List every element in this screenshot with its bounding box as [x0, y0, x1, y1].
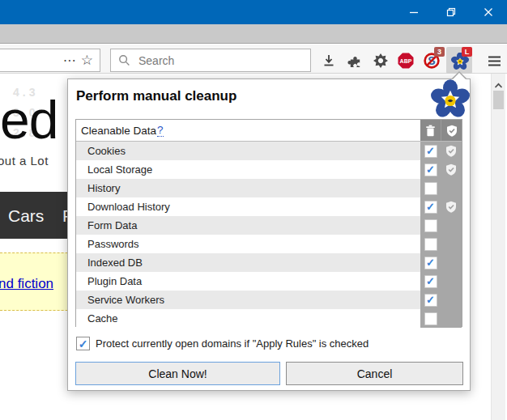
- cleanable-row: Form Data: [76, 216, 462, 235]
- abp-label: ABP: [400, 58, 412, 64]
- minimize-button[interactable]: [395, 0, 432, 24]
- check-mark: ✓: [79, 338, 88, 350]
- puzzle-piece-icon: [347, 53, 363, 69]
- shield-check-icon: [445, 200, 458, 214]
- row-protect-toggle[interactable]: [441, 253, 462, 272]
- row-clean-checkbox[interactable]: ✓: [420, 253, 441, 272]
- row-clean-checkbox[interactable]: ✓: [420, 197, 441, 216]
- cleanable-data-table: Cleanable Data? Cookies✓Local Sto: [75, 119, 462, 327]
- title-bar: [0, 0, 507, 24]
- row-label: Plugin Data: [76, 272, 420, 291]
- row-label: History: [76, 179, 420, 197]
- cleanable-row: Indexed DB✓: [76, 253, 462, 272]
- search-input[interactable]: [137, 53, 286, 68]
- popup-notch-fill: [452, 73, 467, 80]
- row-clean-checkbox[interactable]: ✓: [420, 142, 441, 160]
- row-clean-checkbox[interactable]: ✓: [420, 160, 441, 179]
- row-protect-toggle[interactable]: [441, 179, 462, 197]
- row-label: Cache: [76, 309, 420, 328]
- addons-button[interactable]: [345, 51, 364, 70]
- clean-column-header: [420, 120, 441, 141]
- row-protect-toggle[interactable]: [441, 291, 462, 309]
- tab-strip: [0, 24, 507, 44]
- clean-now-button[interactable]: Clean Now!: [75, 362, 280, 385]
- close-icon: [484, 7, 493, 17]
- check-mark: ✓: [426, 276, 435, 286]
- cleanable-row: Passwords: [76, 235, 462, 253]
- browser-window: ⋯ ☆ ABP S: [0, 0, 507, 420]
- restore-button[interactable]: [432, 0, 470, 24]
- row-label: Cookies: [76, 142, 420, 160]
- page-actions-icon[interactable]: ⋯: [63, 54, 76, 67]
- protect-open-domains-option: ✓ Protect currently open domains if "App…: [76, 337, 369, 350]
- cleanable-row: Download History✓: [76, 197, 462, 216]
- address-bar[interactable]: ⋯ ☆: [0, 49, 100, 72]
- row-clean-checkbox[interactable]: [420, 309, 441, 328]
- search-icon: [118, 54, 130, 66]
- row-label: Passwords: [76, 235, 420, 253]
- settings-button[interactable]: [371, 51, 390, 70]
- check-mark: ✓: [426, 146, 435, 156]
- row-protect-toggle[interactable]: [441, 142, 462, 160]
- row-protect-toggle[interactable]: [441, 235, 462, 253]
- row-protect-toggle[interactable]: [441, 216, 462, 235]
- noscript-badge: 3: [434, 47, 445, 57]
- page-link[interactable]: nd fiction: [0, 276, 53, 292]
- row-label: Local Storage: [76, 160, 420, 179]
- row-protect-toggle[interactable]: [441, 272, 462, 291]
- row-clean-checkbox[interactable]: ✓: [420, 291, 441, 309]
- cleanable-row: Service Workers✓: [76, 291, 462, 309]
- check-mark: ✓: [426, 164, 435, 175]
- menu-button[interactable]: [484, 51, 504, 70]
- adblock-plus-icon: ABP: [397, 52, 415, 70]
- protect-column-header: [441, 120, 462, 141]
- trash-icon: [425, 125, 436, 137]
- search-bar[interactable]: [110, 49, 311, 72]
- bookmark-star-icon[interactable]: ☆: [81, 53, 93, 67]
- popup-title: Perform manual cleanup: [76, 88, 236, 104]
- scrollbar[interactable]: [491, 74, 505, 420]
- close-button[interactable]: [470, 0, 507, 24]
- row-clean-checkbox[interactable]: ✓: [420, 272, 441, 291]
- download-button[interactable]: [319, 51, 339, 70]
- check-mark: ✓: [426, 257, 435, 268]
- adblock-plus-button[interactable]: ABP: [396, 51, 415, 70]
- shield-check-icon: [445, 144, 458, 158]
- help-link[interactable]: ?: [157, 124, 164, 137]
- shield-check-icon: [445, 163, 458, 176]
- row-clean-checkbox[interactable]: [420, 216, 441, 235]
- forget-me-not-logo: [431, 79, 470, 123]
- row-protect-toggle[interactable]: [441, 309, 462, 328]
- gear-icon: [373, 53, 389, 69]
- scrollbar-thumb[interactable]: [493, 91, 504, 109]
- cancel-button[interactable]: Cancel: [286, 362, 463, 385]
- cleanable-row: Cache: [76, 309, 462, 328]
- cleanable-rows: Cookies✓Local Storage✓HistoryDownload Hi…: [76, 142, 462, 328]
- minimize-icon: [409, 7, 419, 17]
- cleanable-row: Cookies✓: [76, 142, 462, 160]
- row-label: Indexed DB: [76, 253, 420, 272]
- cleanable-row: Plugin Data✓: [76, 272, 462, 291]
- subtitle-fragment: out a Lot: [0, 154, 49, 168]
- forget-me-not-badge: L: [462, 47, 472, 57]
- check-mark: ✓: [426, 295, 435, 305]
- headline-fragment: ed: [0, 93, 58, 146]
- cleanup-popup: Perform manual cleanup Cleanable Data?: [67, 78, 471, 391]
- table-header-row: Cleanable Data?: [76, 120, 462, 142]
- table-header-label: Cleanable Data: [81, 125, 156, 137]
- download-icon: [322, 53, 336, 68]
- row-protect-toggle[interactable]: [441, 197, 462, 216]
- check-mark: ✓: [426, 202, 435, 212]
- row-label: Service Workers: [76, 291, 420, 309]
- restore-icon: [446, 7, 456, 17]
- nav-item-cars[interactable]: Cars: [8, 206, 44, 226]
- row-clean-checkbox[interactable]: [420, 235, 441, 253]
- hamburger-icon: [488, 55, 501, 67]
- row-clean-checkbox[interactable]: [420, 179, 441, 197]
- cleanable-row: Local Storage✓: [76, 160, 462, 179]
- row-protect-toggle[interactable]: [441, 160, 462, 179]
- shield-check-icon: [445, 124, 458, 138]
- cleanable-row: History: [76, 179, 462, 197]
- protect-checkbox[interactable]: ✓: [76, 337, 90, 350]
- row-label: Download History: [76, 197, 420, 216]
